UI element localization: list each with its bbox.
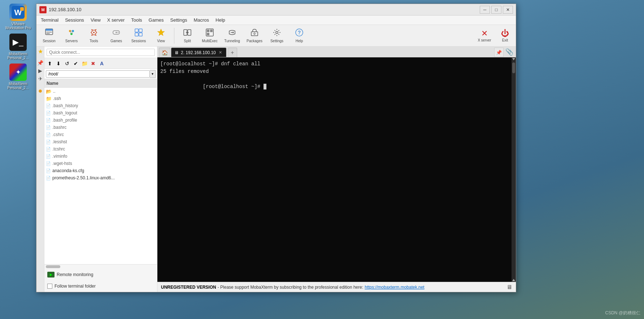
path-dropdown-button[interactable]: ▾ [150,70,156,78]
svg-rect-8 [46,33,50,34]
scroll-up-button[interactable] [512,58,515,61]
menu-tools[interactable]: Tools [128,17,145,23]
attachment-pin-button[interactable]: 📎 [504,47,514,57]
file-item-bash-logout[interactable]: 📄 .bash_logout [44,109,157,117]
terminal-area[interactable]: [root@localhost ~]# dnf clean all 25 fil… [157,57,512,282]
pin-icon[interactable]: 📌 [37,60,43,66]
toolbar-multiexec-button[interactable]: MultiExec [199,26,220,45]
desktop-icon-mobaxterm1[interactable]: ▶_ MobaXterm Personal_2... [4,34,32,60]
toolbar-split-button[interactable]: Split [177,26,198,45]
desktop-icon-vmware[interactable]: W VMware Workstation Pro [4,4,32,30]
file-item-anaconda[interactable]: 📄 anaconda-ks.cfg [44,167,157,174]
menu-macros[interactable]: Macros [191,17,212,23]
sidebar-upload-button[interactable]: ⬆ [46,60,54,67]
multiexec-icon [205,28,214,38]
mobaxterm2-label: MobaXterm Personal_2... [4,82,32,90]
status-message: - Please support MobaXterm by subscribin… [218,285,364,290]
toolbar-tools-button[interactable]: Tools [83,26,104,45]
scroll-thumb[interactable] [512,62,515,73]
menu-view[interactable]: View [88,17,104,23]
tunneling-icon [228,28,236,38]
home-tab-button[interactable]: 🏠 [159,48,170,57]
menu-settings[interactable]: Settings [167,17,190,23]
status-link[interactable]: https://mobaxterm.mobatek.net [365,285,424,290]
new-tab-button[interactable]: + [228,48,237,57]
file-item-bash-history[interactable]: 📄 .bash_history [44,102,157,109]
file-item-bashrc[interactable]: 📄 .bashrc [44,124,157,131]
packages-label: Packages [247,39,262,43]
file-item-wget-hsts[interactable]: 📄 .wget-hsts [44,160,157,167]
toolbar-games-button[interactable]: Games [106,26,127,45]
file-item-viminfo[interactable]: 📄 .viminfo [44,153,157,160]
title-bar: M 192.168.100.10 ─ □ ✕ [36,4,516,16]
menu-help[interactable]: Help [213,17,228,23]
terminal-scrollbar[interactable] [512,57,516,282]
menu-sessions[interactable]: Sessions [62,17,87,23]
sidebar-download-button[interactable]: ⬇ [55,60,62,67]
paper-plane-icon[interactable]: ✈ [38,76,43,82]
toolbar-packages-button[interactable]: Packages [244,26,265,45]
file-item-tcshrc[interactable]: 📄 .tcshrc [44,145,157,153]
remote-monitoring-icon: ▶ [47,272,55,278]
tab-pin-button[interactable]: 📌 [494,48,504,57]
minimize-button[interactable]: ─ [480,6,490,14]
file-item-prometheus[interactable]: 📄 prometheus-2.50.1.linux-amd6... [44,174,157,182]
toolbar-session-button[interactable]: Session [39,26,60,45]
file-tree[interactable]: 📂 .. 📁 .ssh 📄 .bash_history [44,88,157,264]
follow-folder-checkbox[interactable] [47,284,52,289]
exit-label: Exit [502,38,508,42]
file-item-cshrc[interactable]: 📄 .cshrc [44,131,157,138]
terminal-tab[interactable]: 🖥 2. 192.168.100.10 ✕ [171,48,226,57]
menu-games[interactable]: Games [146,17,167,23]
remote-monitoring-item[interactable]: ▶ Remote monitoring [44,269,157,280]
sidebar-delete-button[interactable]: ✖ [89,60,97,67]
close-button[interactable]: ✕ [503,6,513,14]
path-bar: ▾ [44,69,157,79]
toolbar-help-button[interactable]: ? Help [289,26,310,45]
toolbar-servers-button[interactable]: Servers [61,26,82,45]
path-input[interactable] [46,70,150,78]
file-item-parent[interactable]: 📂 .. [44,88,157,95]
file-icon-tcshrc: 📄 [46,147,51,152]
desktop-icon-mobaxterm2[interactable]: ✦ MobaXterm Personal_2... [4,64,32,90]
csdn-watermark: CSDN @奶糟很仁 [605,310,640,316]
file-item-label-ssh: .ssh [53,96,61,101]
settings-label: Settings [270,39,283,43]
menu-xserver[interactable]: X server [104,17,127,23]
maximize-button[interactable]: □ [491,6,501,14]
help-label: Help [296,39,303,43]
scrollbar-area [44,265,157,269]
file-icon-wget-hsts: 📄 [46,161,51,166]
mobaxterm2-icon: ✦ [9,64,27,81]
file-icon-cshrc: 📄 [46,132,51,137]
xserver-button[interactable]: ✕ X server [474,28,495,43]
quick-connect-input[interactable] [47,49,155,56]
file-item-bash-profile[interactable]: 📄 .bash_profile [44,117,157,124]
servers-label: Servers [65,39,78,43]
toolbar-settings-button[interactable]: Settings [266,26,287,45]
mini-scrollbar[interactable] [46,265,60,268]
sidebar-newfolder-button[interactable]: 📁 [80,60,88,67]
svg-rect-22 [139,29,142,32]
bookmark-icon[interactable]: ★ [38,48,43,55]
exit-button[interactable]: ⏻ Exit [496,28,514,43]
arrow-right-icon[interactable]: ▶ [38,68,42,74]
circle-icon[interactable]: ● [38,87,42,95]
sidebar-rename-button[interactable]: A [98,60,106,67]
menu-terminal[interactable]: Terminal [38,17,61,23]
toolbar-sessions-button[interactable]: Sessions [128,26,149,45]
sidebar-ok-button[interactable]: ✔ [72,60,80,67]
scroll-down-button[interactable] [512,278,515,281]
svg-rect-23 [135,33,138,36]
sessions-icon [134,28,143,38]
toolbar-view-button[interactable]: View [151,26,171,45]
file-item-ssh[interactable]: 📁 .ssh [44,95,157,102]
svg-point-15 [93,32,95,33]
file-item-lesshst[interactable]: 📄 .lesshst [44,138,157,145]
toolbar-tunneling-button[interactable]: Tunneling [222,26,243,45]
tab-close-button[interactable]: ✕ [218,50,223,55]
games-icon [112,28,121,38]
session-icon [45,28,53,38]
svg-marker-25 [157,29,165,36]
sidebar-refresh-button[interactable]: ↺ [63,60,71,67]
